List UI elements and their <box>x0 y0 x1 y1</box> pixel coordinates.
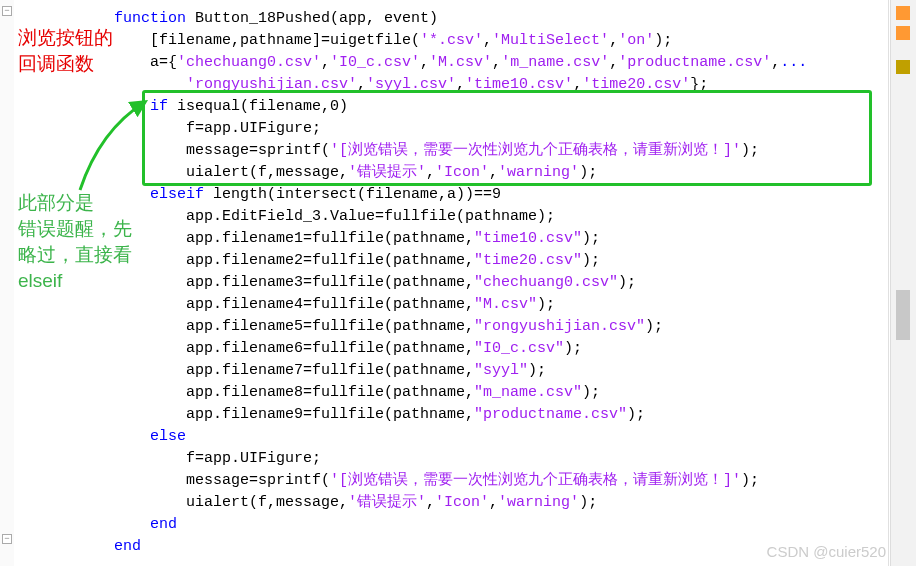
fold-minus-icon[interactable]: − <box>2 6 12 16</box>
fold-gutter: − − <box>0 0 14 566</box>
watermark: CSDN @cuier520 <box>767 543 886 560</box>
code-editor[interactable]: − − function Button_18Pushed(app, event)… <box>0 0 890 566</box>
code-line: app.filename3=fullfile(pathname,"chechua… <box>114 272 890 294</box>
code-line: [filename,pathname]=uigetfile('*.csv','M… <box>114 30 890 52</box>
code-line: app.filename5=fullfile(pathname,"rongyus… <box>114 316 890 338</box>
marker[interactable] <box>896 60 910 74</box>
scrollbar-markers[interactable] <box>890 0 916 566</box>
margin-line <box>888 0 889 566</box>
code-line: message=sprintf('[浏览错误，需要一次性浏览九个正确表格，请重新… <box>114 470 890 492</box>
marker-warning[interactable] <box>896 6 910 20</box>
code-line: elseif length(intersect(filename,a))==9 <box>114 184 890 206</box>
annotation-green: 此部分是 错误题醒，先 略过，直接看 elseif <box>18 190 132 294</box>
code-line: app.filename4=fullfile(pathname,"M.csv")… <box>114 294 890 316</box>
code-line: app.EditField_3.Value=fullfile(pathname)… <box>114 206 890 228</box>
marker[interactable] <box>896 26 910 40</box>
code-line: a={'chechuang0.csv','I0_c.csv','M.csv','… <box>114 52 890 74</box>
code-line: app.filename8=fullfile(pathname,"m_name.… <box>114 382 890 404</box>
fold-minus-icon[interactable]: − <box>2 534 12 544</box>
code-line: else <box>114 426 890 448</box>
code-line: end <box>114 514 890 536</box>
arrow-icon <box>60 90 180 200</box>
code-line: app.filename9=fullfile(pathname,"product… <box>114 404 890 426</box>
code-line: f=app.UIFigure; <box>114 448 890 470</box>
code-line: app.filename2=fullfile(pathname,"time20.… <box>114 250 890 272</box>
code-line: app.filename6=fullfile(pathname,"I0_c.cs… <box>114 338 890 360</box>
code-line: function Button_18Pushed(app, event) <box>114 8 890 30</box>
code-line: uialert(f,message,'错误提示','Icon','warning… <box>114 492 890 514</box>
highlight-box <box>142 90 872 186</box>
code-line: app.filename1=fullfile(pathname,"time10.… <box>114 228 890 250</box>
code-line: app.filename7=fullfile(pathname,"syyl"); <box>114 360 890 382</box>
scroll-thumb[interactable] <box>896 290 910 340</box>
annotation-red: 浏览按钮的 回调函数 <box>18 25 113 77</box>
